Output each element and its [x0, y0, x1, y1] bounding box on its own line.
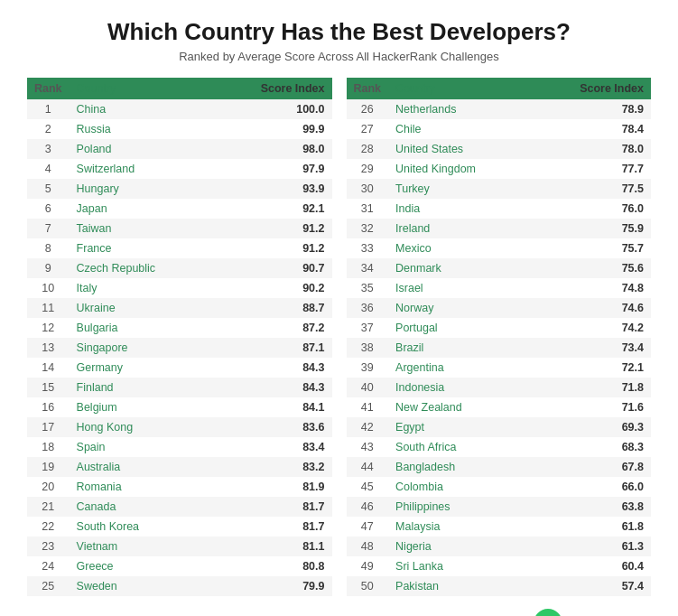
table-row: 11 Ukraine 88.7	[27, 298, 332, 318]
table-row: 17 Hong Kong 83.6	[27, 417, 332, 437]
score-cell: 75.9	[532, 219, 651, 238]
country-cell: Netherlands	[388, 99, 532, 119]
table-row: 16 Belgium 84.1	[27, 397, 332, 417]
right-country-header: Country	[388, 78, 532, 99]
score-cell: 83.6	[212, 417, 332, 437]
logo-icon: H	[534, 609, 562, 616]
country-cell: Russia	[70, 119, 212, 139]
country-cell: Bulgaria	[70, 318, 212, 338]
rank-cell: 31	[347, 199, 389, 219]
tables-container: Rank Country Score Index 1 China 100.0 2…	[27, 78, 651, 596]
score-cell: 91.2	[212, 219, 332, 238]
country-cell: New Zealand	[388, 397, 532, 417]
page-subtitle: Ranked by Average Score Across All Hacke…	[27, 50, 651, 63]
table-row: 47 Malaysia 61.8	[347, 517, 652, 537]
table-row: 24 Greece 80.8	[27, 556, 332, 576]
table-row: 46 Philippines 63.8	[347, 497, 652, 517]
score-cell: 92.1	[212, 199, 332, 219]
country-cell: Indonesia	[388, 378, 532, 397]
country-cell: Italy	[70, 278, 212, 298]
table-row: 5 Hungary 93.9	[27, 179, 332, 199]
score-cell: 81.7	[212, 497, 332, 517]
table-row: 14 Germany 84.3	[27, 358, 332, 378]
score-cell: 87.2	[212, 318, 332, 338]
score-cell: 77.7	[532, 159, 651, 179]
score-cell: 78.9	[532, 99, 651, 119]
right-table-wrapper: Rank Country Score Index 26 Netherlands …	[347, 78, 652, 596]
table-row: 39 Argentina 72.1	[347, 358, 652, 378]
footer: H HackerRank	[27, 609, 651, 616]
country-cell: Singapore	[70, 338, 212, 358]
table-row: 30 Turkey 77.5	[347, 179, 652, 199]
score-cell: 90.2	[212, 278, 332, 298]
score-cell: 97.9	[212, 159, 332, 179]
score-cell: 66.0	[532, 477, 651, 497]
rank-cell: 36	[347, 298, 389, 318]
rank-cell: 1	[27, 99, 70, 119]
table-row: 13 Singapore 87.1	[27, 338, 332, 358]
score-cell: 74.2	[532, 318, 651, 338]
score-cell: 90.7	[212, 258, 332, 278]
country-cell: Egypt	[388, 417, 532, 437]
country-cell: Norway	[388, 298, 532, 318]
country-cell: Spain	[70, 437, 212, 457]
score-cell: 78.4	[532, 119, 651, 139]
country-cell: Nigeria	[388, 537, 532, 556]
rank-cell: 5	[27, 179, 70, 199]
rank-cell: 25	[27, 576, 70, 596]
country-cell: Greece	[70, 556, 212, 576]
table-row: 18 Spain 83.4	[27, 437, 332, 457]
score-cell: 91.2	[212, 238, 332, 258]
rank-cell: 45	[347, 477, 389, 497]
rank-cell: 32	[347, 219, 389, 238]
country-cell: France	[70, 238, 212, 258]
table-row: 15 Finland 84.3	[27, 378, 332, 397]
rank-cell: 10	[27, 278, 70, 298]
table-row: 6 Japan 92.1	[27, 199, 332, 219]
country-cell: Portugal	[388, 318, 532, 338]
rank-cell: 27	[347, 119, 389, 139]
score-cell: 61.3	[532, 537, 651, 556]
score-cell: 83.2	[212, 457, 332, 477]
country-cell: South Korea	[70, 517, 212, 537]
table-row: 20 Romania 81.9	[27, 477, 332, 497]
rank-cell: 11	[27, 298, 70, 318]
country-cell: Sri Lanka	[388, 556, 532, 576]
rank-cell: 26	[347, 99, 389, 119]
rank-cell: 3	[27, 139, 70, 159]
country-cell: Finland	[70, 378, 212, 397]
country-cell: Ukraine	[70, 298, 212, 318]
country-cell: Pakistan	[388, 576, 532, 596]
score-cell: 76.0	[532, 199, 651, 219]
rank-cell: 24	[27, 556, 70, 576]
table-row: 7 Taiwan 91.2	[27, 219, 332, 238]
left-table-wrapper: Rank Country Score Index 1 China 100.0 2…	[27, 78, 332, 596]
rank-cell: 35	[347, 278, 389, 298]
country-cell: United States	[388, 139, 532, 159]
table-row: 28 United States 78.0	[347, 139, 652, 159]
score-cell: 99.9	[212, 119, 332, 139]
score-cell: 57.4	[532, 576, 651, 596]
score-cell: 84.1	[212, 397, 332, 417]
table-row: 27 Chile 78.4	[347, 119, 652, 139]
country-cell: Germany	[70, 358, 212, 378]
score-cell: 93.9	[212, 179, 332, 199]
score-cell: 68.3	[532, 437, 651, 457]
score-cell: 98.0	[212, 139, 332, 159]
score-cell: 63.8	[532, 497, 651, 517]
score-cell: 67.8	[532, 457, 651, 477]
country-cell: Switzerland	[70, 159, 212, 179]
page-title: Which Country Has the Best Developers?	[27, 18, 651, 46]
score-cell: 84.3	[212, 358, 332, 378]
score-cell: 77.5	[532, 179, 651, 199]
country-cell: Australia	[70, 457, 212, 477]
rank-cell: 4	[27, 159, 70, 179]
rank-cell: 9	[27, 258, 70, 278]
rank-cell: 23	[27, 537, 70, 556]
rank-cell: 47	[347, 517, 389, 537]
table-row: 31 India 76.0	[347, 199, 652, 219]
country-cell: Denmark	[388, 258, 532, 278]
rank-cell: 20	[27, 477, 70, 497]
score-cell: 88.7	[212, 298, 332, 318]
left-score-header: Score Index	[212, 78, 332, 99]
